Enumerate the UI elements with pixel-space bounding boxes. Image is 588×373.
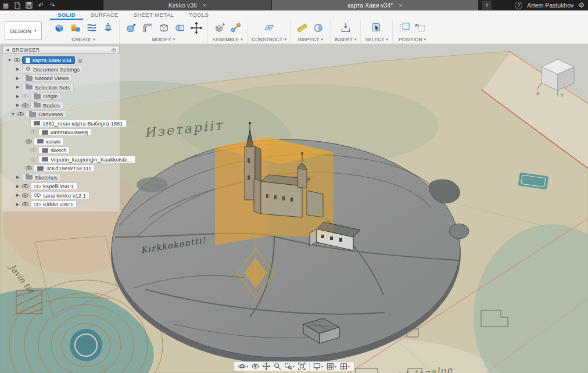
select-icon[interactable] [370, 20, 384, 35]
expand-arrow-icon[interactable]: ▶ [15, 184, 20, 189]
extrude-icon[interactable] [101, 20, 115, 35]
tree-item-canvas-2[interactable]: копия [2, 137, 120, 146]
viewport[interactable]: Изетарііт лово Javin tie Yahdagalue [0, 44, 588, 373]
tree-chip[interactable]: Origin [30, 92, 61, 100]
shell-icon[interactable] [156, 20, 171, 35]
tree-item-canvas-0[interactable]: 1861_план карта Выборга 1861 [2, 119, 120, 128]
tree-item-canvas-1[interactable]: шппгншшамед [2, 128, 120, 137]
insert-icon[interactable] [338, 20, 353, 35]
joint-icon[interactable] [228, 20, 243, 35]
tree-item-origin[interactable]: ▶ Origin [2, 92, 120, 101]
insert-dropdown[interactable]: INSERT ▾ [335, 37, 357, 42]
expand-arrow-icon[interactable]: ▼ [10, 112, 16, 116]
tree-chip[interactable]: Sketches [22, 174, 61, 181]
eye-icon[interactable] [22, 202, 28, 206]
undo-icon[interactable]: ↶ [35, 0, 46, 10]
tree-item-root[interactable]: ▼ карта Хави v34 ◎ [2, 56, 120, 65]
browser-header[interactable]: ◀ BROWSER ◎ [2, 46, 120, 54]
expand-arrow-icon[interactable]: ▶ [15, 193, 20, 198]
canvas-chip[interactable]: 1861_план карта Выборга 1861 [30, 120, 127, 127]
close-icon[interactable]: × [399, 2, 402, 9]
tree-item-component-kapelli[interactable]: ▶ kapelli v58:1 [2, 182, 120, 191]
fillet-icon[interactable] [140, 20, 155, 35]
design-workspace-button[interactable]: DESIGN ▾ [5, 21, 42, 40]
new-solid-icon[interactable] [52, 20, 66, 35]
activate-component-radio[interactable]: ◎ [78, 58, 83, 63]
tree-item-canvas-5[interactable]: 3cKd19eWT5E111 [2, 164, 120, 173]
expand-arrow-icon[interactable]: ▶ [15, 94, 20, 99]
user-name[interactable]: Artem Pastukhov [527, 2, 573, 9]
orbit-icon[interactable]: ▾ [237, 362, 249, 371]
expand-arrow-icon[interactable]: ▶ [15, 103, 20, 107]
eye-icon[interactable] [26, 139, 32, 144]
tree-item-document-settings[interactable]: ▶ ⚙ Document Settings [2, 65, 120, 74]
eye-icon[interactable] [26, 166, 32, 170]
tree-item-canvases[interactable]: ▼ Canvases [2, 110, 120, 119]
look-at-icon[interactable] [250, 362, 260, 371]
root-document-chip[interactable]: карта Хави v34 [22, 56, 75, 64]
canvas-chip[interactable]: 3cKd19eWT5E111 [34, 164, 95, 172]
revert-position-icon[interactable] [413, 20, 428, 35]
tree-item-canvas-3[interactable]: sketch [2, 146, 120, 155]
tree-item-canvas-4[interactable]: Viipurin_kaupungin_Kaakkoiste... [2, 155, 120, 164]
construct-dropdown[interactable]: CONSTRUCT ▾ [252, 37, 286, 42]
tree-item-bodies[interactable]: ▶ Bodies [2, 101, 120, 110]
expand-arrow-icon[interactable]: ▶ [15, 76, 20, 81]
tree-chip[interactable]: ⚙ Document Settings [22, 66, 83, 73]
document-tab-kirkko[interactable]: Kirkko v36 × [103, 0, 272, 10]
eye-icon[interactable] [22, 94, 28, 98]
inspect-dropdown[interactable]: INSPECT ▾ [298, 37, 323, 42]
fit-icon[interactable] [297, 362, 307, 371]
tree-item-sketches[interactable]: ▶ Sketches [2, 173, 120, 182]
zoom-icon[interactable] [273, 362, 282, 371]
component-chip[interactable]: kapelli v58:1 [30, 182, 77, 190]
zoom-window-icon[interactable]: ▾ [284, 362, 296, 371]
canvas-chip[interactable]: копия [34, 138, 64, 145]
eye-icon[interactable] [22, 184, 28, 188]
tree-item-selection-sets[interactable]: ▶ Selection Sets [2, 83, 120, 92]
component-chip[interactable]: sarai kirkko v12:1 [30, 192, 89, 199]
new-component-icon[interactable] [212, 20, 227, 35]
eye-icon[interactable] [30, 157, 37, 162]
tree-chip[interactable]: Selection Sets [22, 84, 74, 91]
canvas-chip[interactable]: sketch [38, 146, 70, 154]
app-menu-icon[interactable]: ▦ [0, 0, 12, 10]
component-chip[interactable]: Kirkko v36:1 [30, 200, 77, 208]
assemble-dropdown[interactable]: ASSEMBLE ▾ [212, 37, 242, 42]
viewcube[interactable]: X Y [536, 55, 580, 99]
tab-solid[interactable]: SOLID [50, 10, 83, 20]
canvas-chip[interactable]: шппгншшамед [38, 128, 91, 136]
redo-icon[interactable]: ↷ [46, 0, 58, 10]
tab-surface[interactable]: SURFACE [83, 10, 126, 20]
close-icon[interactable]: × [203, 2, 206, 9]
capture-position-icon[interactable] [397, 20, 411, 35]
target-icon[interactable]: ◎ [112, 47, 116, 53]
tab-sheet-metal[interactable]: SHEET METAL [126, 10, 182, 20]
new-tab-button[interactable]: + [482, 1, 492, 10]
modify-dropdown[interactable]: MODIFY ▾ [152, 37, 175, 42]
grid-settings-icon[interactable]: ▾ [325, 362, 338, 371]
eye-icon[interactable] [14, 58, 20, 62]
eye-icon[interactable] [30, 130, 37, 134]
measure-icon[interactable] [295, 20, 310, 35]
gear-icon[interactable]: ⚙ [578, 1, 585, 9]
eye-icon[interactable] [30, 148, 37, 152]
section-analysis-icon[interactable] [311, 20, 326, 35]
tree-item-named-views[interactable]: ▶ Named Views [2, 74, 120, 83]
tree-item-component-kirkko[interactable]: ▶ Kirkko v36:1 [2, 200, 120, 209]
file-menu-icon[interactable] [12, 0, 23, 10]
press-pull-icon[interactable] [124, 20, 138, 35]
construction-plane-icon[interactable] [261, 20, 276, 35]
save-icon[interactable] [23, 0, 35, 10]
tab-tools[interactable]: TOOLS [181, 10, 216, 20]
document-tab-karta-khavi[interactable]: карта Хави v34* × [272, 0, 479, 10]
move-copy-icon[interactable] [189, 20, 203, 35]
expand-arrow-icon[interactable]: ▶ [15, 67, 20, 71]
create-form-icon[interactable] [84, 20, 99, 35]
viewports-icon[interactable]: ▾ [339, 362, 351, 371]
combine-icon[interactable] [173, 20, 187, 35]
expand-arrow-icon[interactable]: ▶ [15, 202, 20, 207]
tree-chip[interactable]: Bodies [30, 102, 63, 109]
eye-icon[interactable] [17, 112, 24, 116]
eye-icon[interactable] [22, 103, 28, 107]
